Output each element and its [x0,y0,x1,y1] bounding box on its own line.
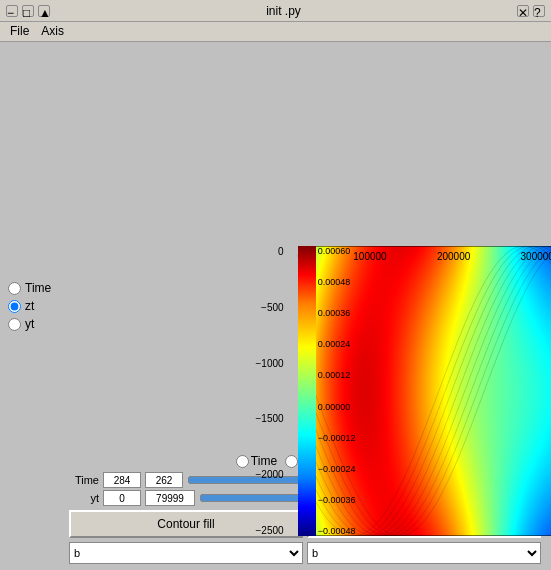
dropdowns-row: b r g jet viridis b r g jet viridis [69,542,541,564]
yaxis-label-3: −1500 [256,413,284,424]
sidebar-radio-zt-input[interactable] [8,300,21,313]
sidebar-radio-yt-label: yt [25,317,34,331]
cb-label-0: 0.00060 [318,246,356,256]
xaxis-label-1: 100000 [353,251,386,262]
yaxis-label-1: −500 [256,302,284,313]
yaxis-label-5: −2500 [256,525,284,536]
titlebar-right: ✕ ? [517,5,545,17]
cb-label-5: 0.00000 [318,402,356,412]
cb-label-2: 0.00036 [318,308,356,318]
yaxis-label-0: 0 [256,246,284,257]
main-content: Time zt yt 0 −500 −1000 −1500 − [0,42,551,570]
cb-label-3: 0.00024 [318,339,356,349]
help-button[interactable]: ? [533,5,545,17]
shade-button[interactable]: ▲ [38,5,50,17]
cb-label-8: −0.00036 [318,495,356,505]
yaxis-label-2: −1000 [256,358,284,369]
sidebar-radio-group: Time zt yt [8,281,51,331]
menu-file[interactable]: File [4,24,35,39]
cb-label-9: −0.00048 [318,526,356,536]
yaxis-labels: 0 −500 −1000 −1500 −2000 −2500 [256,246,284,536]
sidebar-radio-time-label: Time [25,281,51,295]
plot-area: 0 −500 −1000 −1500 −2000 −2500 0 100000 … [65,48,545,434]
colorbar: 0.00060 0.00048 0.00036 0.00024 0.00012 … [298,246,356,536]
window-title: init .py [266,4,301,18]
bottom-radio-zt-input[interactable] [285,455,298,468]
xaxis-label-2: 200000 [437,251,470,262]
bottom-radio-time-input[interactable] [236,455,249,468]
cb-label-7: −0.00024 [318,464,356,474]
menu-axis[interactable]: Axis [35,24,70,39]
colorbar-canvas [298,246,316,536]
minimize-button[interactable]: − [6,5,18,17]
yt-val2-input[interactable] [145,490,195,506]
close-button[interactable]: ✕ [517,5,529,17]
sidebar-radio-yt[interactable]: yt [8,317,51,331]
right-panel: 0 −500 −1000 −1500 −2000 −2500 0 100000 … [65,42,551,570]
sidebar-radio-time[interactable]: Time [8,281,51,295]
time-val2-input[interactable] [145,472,183,488]
sidebar-radio-time-input[interactable] [8,282,21,295]
time-val1-input[interactable] [103,472,141,488]
cb-label-1: 0.00048 [318,277,356,287]
cb-label-4: 0.00012 [318,370,356,380]
time-slider-label: Time [69,474,99,486]
sidebar-radio-zt[interactable]: zt [8,299,51,313]
cb-label-6: −0.00012 [318,433,356,443]
sidebar: Time zt yt [0,42,65,570]
maximize-button[interactable]: □ [22,5,34,17]
titlebar-left: − □ ▲ [6,5,50,17]
xaxis-label-3: 300000 [521,251,551,262]
sidebar-radio-zt-label: zt [25,299,34,313]
menubar: File Axis [0,22,551,42]
sidebar-radio-yt-input[interactable] [8,318,21,331]
yaxis-label-4: −2000 [256,469,284,480]
colormap-right-select[interactable]: b r g jet viridis [307,542,541,564]
colormap-left-select[interactable]: b r g jet viridis [69,542,303,564]
yt-slider-label: yt [69,492,99,504]
yt-val1-input[interactable] [103,490,141,506]
titlebar: − □ ▲ init .py ✕ ? [0,0,551,22]
colorbar-labels: 0.00060 0.00048 0.00036 0.00024 0.00012 … [318,246,356,536]
